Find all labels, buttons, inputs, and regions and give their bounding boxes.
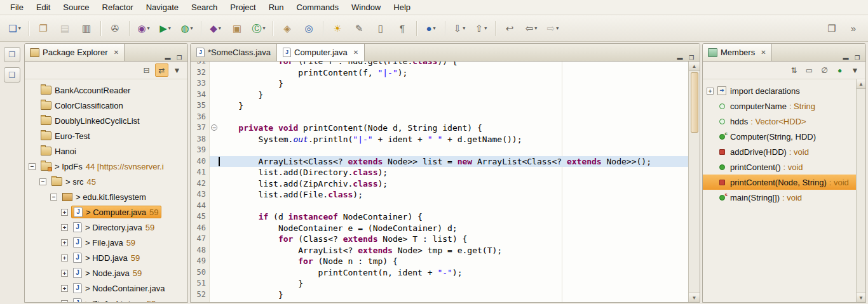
tree-item[interactable]: −> edu.kit.filesystem xyxy=(25,189,187,204)
tree-item[interactable]: +J> NodeContainer.java xyxy=(25,281,187,296)
debug-button[interactable]: ◉▾ xyxy=(133,20,154,37)
code-line[interactable]: 46 NodeContainer e = (NodeContainer) d; xyxy=(191,223,688,234)
expander-icon[interactable]: + xyxy=(707,88,714,95)
new-package-button[interactable]: ▣ xyxy=(227,20,247,37)
next-annotation-button[interactable]: ⇩▾ xyxy=(449,20,470,37)
member-item[interactable]: +➜import declarations xyxy=(703,83,856,98)
run-button[interactable]: ▶▾ xyxy=(155,20,175,37)
code-line[interactable]: 47 for (Class<? extends Node> T : list) … xyxy=(191,234,688,245)
member-item[interactable]: cComputer(String, HDD) xyxy=(703,129,856,144)
code-line[interactable]: 41 list.add(Directory.class); xyxy=(191,167,688,178)
menu-run[interactable]: Run xyxy=(262,1,290,14)
close-icon[interactable]: ✕ xyxy=(114,49,119,56)
open-file-button[interactable]: ❐ xyxy=(33,20,53,37)
tree-item[interactable]: −> IpdFs44 [https://svnserver.i xyxy=(25,159,187,174)
code-line[interactable]: 49 for (Node n : tmp) { xyxy=(191,256,688,267)
code-line[interactable]: 42 list.add(ZipArchiv.class); xyxy=(191,178,688,190)
expander-icon[interactable]: + xyxy=(61,209,68,216)
menu-search[interactable]: Search xyxy=(185,1,224,14)
scroll-up-icon[interactable]: ▲ xyxy=(689,62,700,71)
expander-icon[interactable]: + xyxy=(61,224,68,231)
code-line[interactable]: 31 for (File f : hdd.get(File.class)) { xyxy=(191,62,688,67)
line-number[interactable]: 50 xyxy=(191,267,210,279)
line-number[interactable]: 40 xyxy=(191,156,210,168)
line-number[interactable]: 32 xyxy=(191,67,210,79)
build-button[interactable]: ✇ xyxy=(105,20,125,37)
menu-edit[interactable]: Edit xyxy=(30,1,57,14)
editor-tab-computerjava[interactable]: JComputer.java✕ xyxy=(277,44,365,61)
restore-views-button[interactable]: ❐ xyxy=(4,47,20,62)
maximize-button[interactable]: ❒ xyxy=(175,55,184,61)
expander-icon[interactable]: + xyxy=(61,270,68,277)
line-number[interactable]: 45 xyxy=(191,211,210,223)
line-number[interactable]: 52 xyxy=(191,289,210,301)
editor-scrollbar[interactable]: ▲ ▼ xyxy=(688,62,700,302)
menu-window[interactable]: Window xyxy=(345,1,387,14)
line-number[interactable]: 46 xyxy=(191,223,210,234)
toolbar-overflow-button[interactable]: » xyxy=(843,20,864,37)
member-item[interactable]: addDrive(HDD): void xyxy=(703,144,856,159)
tree-item[interactable]: BankAccountReader xyxy=(25,83,187,98)
expander-icon[interactable]: − xyxy=(29,163,36,170)
minimize-button[interactable]: ▬ xyxy=(163,55,172,61)
close-icon[interactable]: ✕ xyxy=(353,49,358,56)
line-number[interactable]: 44 xyxy=(191,201,210,212)
line-number[interactable]: 47 xyxy=(191,234,210,245)
code-line[interactable]: 50 printContent(n, ident + "-"); xyxy=(191,267,688,279)
export-jar-button[interactable]: ◈ xyxy=(277,20,297,37)
tree-item[interactable]: −> src45 xyxy=(25,174,187,189)
forward-button[interactable]: ⇨▾ xyxy=(543,20,563,37)
sort-members-button[interactable]: ⇅ xyxy=(787,63,801,77)
code-line[interactable]: 35 } xyxy=(191,100,688,112)
maximize-button[interactable]: ❒ xyxy=(853,55,862,61)
code-line[interactable]: 32 printContent(f, "|-"); xyxy=(191,67,688,79)
menu-commands[interactable]: Commands xyxy=(290,1,345,14)
code-line[interactable]: 34 } xyxy=(191,89,688,101)
tree-item[interactable]: Hanoi xyxy=(25,143,187,159)
line-number[interactable]: 37 xyxy=(191,122,210,134)
members-tab[interactable]: Members ✕ xyxy=(703,44,772,61)
expander-icon[interactable]: + xyxy=(61,239,68,246)
expander-icon[interactable]: − xyxy=(39,178,46,185)
tree-item[interactable]: Euro-Test xyxy=(25,128,187,143)
code-line[interactable]: 40 ArrayList<Class<? extends Node>> list… xyxy=(191,156,688,168)
menu-help[interactable]: Help xyxy=(387,1,417,14)
new-java-project-button[interactable]: ◆▾ xyxy=(205,20,226,37)
members-scrollbar[interactable]: ▲ ▼ xyxy=(856,79,865,302)
code-line[interactable]: 51 } xyxy=(191,278,688,289)
hide-fields-button[interactable]: ▭ xyxy=(803,63,816,77)
code-line[interactable]: 43 list.add(File.class); xyxy=(191,189,688,201)
minimized-view-button[interactable]: ❑ xyxy=(4,67,20,83)
external-tools-button[interactable]: ◍▾ xyxy=(177,20,197,37)
javadoc-button[interactable]: ◎ xyxy=(299,20,319,37)
line-number[interactable]: 42 xyxy=(191,178,210,190)
hide-static-button[interactable]: ∅ xyxy=(818,63,831,77)
line-number[interactable]: 41 xyxy=(191,167,210,178)
menu-source[interactable]: Source xyxy=(57,1,95,14)
tree-item[interactable]: +J> Directory.java59 xyxy=(25,220,187,235)
line-number[interactable]: 38 xyxy=(191,134,210,145)
line-number[interactable]: 49 xyxy=(191,256,210,267)
tree-item[interactable]: +J> Node.java59 xyxy=(25,265,187,281)
back-button[interactable]: ⇦▾ xyxy=(521,20,541,37)
last-edit-location-button[interactable]: ↩ xyxy=(499,20,520,37)
expander-icon[interactable]: + xyxy=(61,254,68,261)
member-item[interactable]: computerName: String xyxy=(703,98,856,114)
view-menu-button[interactable]: ▼ xyxy=(170,63,184,77)
expander-icon[interactable]: + xyxy=(61,300,68,303)
code-area[interactable]: 31 for (File f : hdd.get(File.class)) {3… xyxy=(191,62,688,302)
save-button[interactable]: ▤ xyxy=(55,20,75,37)
code-line[interactable]: 45 if (d instanceof NodeContainer) { xyxy=(191,211,688,223)
scroll-up-icon[interactable]: ▲ xyxy=(857,79,865,89)
menu-project[interactable]: Project xyxy=(224,1,262,14)
close-icon[interactable]: ✕ xyxy=(761,49,766,56)
menu-navigate[interactable]: Navigate xyxy=(140,1,185,14)
tree-item[interactable]: +J> Computer.java59 xyxy=(25,204,187,220)
line-number[interactable]: 36 xyxy=(191,112,210,123)
code-line[interactable]: 36 xyxy=(191,112,688,123)
tree-item[interactable]: +J> HDD.java59 xyxy=(25,250,187,265)
minimize-button[interactable]: ▬ xyxy=(841,55,850,61)
code-line[interactable]: 53 } xyxy=(191,300,688,302)
code-line[interactable]: 44 xyxy=(191,201,688,212)
line-number[interactable]: 35 xyxy=(191,100,210,112)
